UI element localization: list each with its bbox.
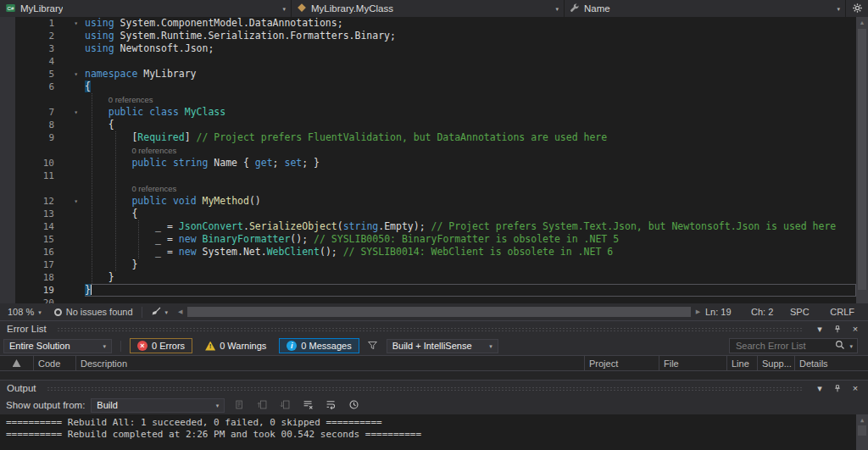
breakpoint-margin[interactable] xyxy=(0,30,15,42)
code-line[interactable]: 18 } xyxy=(0,271,856,284)
window-position-button[interactable]: ▾ xyxy=(814,382,826,394)
scroll-right-arrow-icon[interactable]: ▶ xyxy=(693,308,704,315)
scroll-left-arrow-icon[interactable]: ◀ xyxy=(175,308,186,315)
code-line[interactable]: 12▾ public void MyMethod() xyxy=(0,195,856,208)
scroll-up-arrow-icon[interactable]: ▲ xyxy=(856,414,868,425)
autoscroll-button[interactable] xyxy=(345,397,362,413)
scrollbar-thumb[interactable] xyxy=(187,307,691,317)
fold-marker[interactable]: ▾ xyxy=(59,68,85,81)
warnings-filter-button[interactable]: 0 Warnings xyxy=(198,338,274,353)
messages-filter-button[interactable]: i 0 Messages xyxy=(279,338,359,353)
breakpoint-margin[interactable] xyxy=(0,93,15,106)
find-message-button[interactable] xyxy=(231,397,248,413)
zoom-control[interactable]: 108 % ▾ xyxy=(0,307,49,317)
next-message-button[interactable] xyxy=(276,397,293,413)
line-column-header[interactable]: Line xyxy=(727,356,758,370)
breakpoint-margin[interactable] xyxy=(0,220,15,233)
code-column-header[interactable]: Code xyxy=(34,356,76,370)
breakpoint-margin[interactable] xyxy=(0,81,15,93)
error-list-title-bar[interactable]: Error List ▾ × xyxy=(0,320,868,336)
breakpoint-margin[interactable] xyxy=(0,258,15,271)
breakpoint-margin[interactable] xyxy=(0,144,15,157)
code-line[interactable]: 8 { xyxy=(0,119,856,131)
document-health-indicator[interactable]: No issues found xyxy=(49,307,138,317)
breakpoint-margin[interactable] xyxy=(0,68,15,81)
pin-button[interactable] xyxy=(832,382,843,394)
breakpoint-margin[interactable] xyxy=(0,106,15,119)
build-intellisense-dropdown[interactable]: Build + IntelliSense ▾ xyxy=(387,339,498,353)
code-line[interactable]: 5▾namespace MyLibrary xyxy=(0,68,856,81)
code-line[interactable]: 16 _ = new System.Net.WebClient(); // SY… xyxy=(0,246,856,258)
breakpoint-margin[interactable] xyxy=(0,157,15,169)
pin-button[interactable] xyxy=(832,323,843,335)
breakpoint-margin[interactable] xyxy=(0,169,15,182)
code-line[interactable]: 0 references xyxy=(0,93,856,106)
breakpoint-margin[interactable] xyxy=(0,131,15,144)
fold-marker[interactable]: ▾ xyxy=(59,195,85,208)
breakpoint-margin[interactable] xyxy=(0,284,15,297)
code-line[interactable]: 14 _ = JsonConvert.SerializeObject(strin… xyxy=(0,220,856,233)
breakpoint-margin[interactable] xyxy=(0,119,15,131)
code-line[interactable]: 9 [Required] // Project prefers FluentVa… xyxy=(0,131,856,144)
word-wrap-button[interactable] xyxy=(322,397,339,413)
code-line[interactable]: 4 xyxy=(0,55,856,68)
code-line[interactable]: 15 _ = new BinaryFormatter(); // SYSLIB0… xyxy=(0,233,856,246)
breakpoint-margin[interactable] xyxy=(0,233,15,246)
code-line[interactable]: 7▾ public class MyClass xyxy=(0,106,856,119)
file-column-header[interactable]: File xyxy=(659,356,727,370)
code-line[interactable]: 17 } xyxy=(0,258,856,271)
code-line[interactable]: 0 references xyxy=(0,144,856,157)
breakpoint-margin[interactable] xyxy=(0,297,15,303)
breakpoint-margin[interactable] xyxy=(0,182,15,195)
code-line[interactable]: 3using Newtonsoft.Json; xyxy=(0,42,856,55)
code-cleanup-button[interactable]: ▾ xyxy=(146,306,174,319)
breakpoint-margin[interactable] xyxy=(0,195,15,208)
breakpoint-margin[interactable] xyxy=(0,208,15,220)
close-icon[interactable]: × xyxy=(849,323,861,335)
editor-horizontal-scrollbar[interactable]: ◀ ▶ xyxy=(175,303,704,320)
errors-filter-button[interactable]: × 0 Errors xyxy=(130,338,192,353)
previous-message-button[interactable] xyxy=(253,397,270,413)
code-line[interactable]: 19} xyxy=(0,284,856,297)
severity-column-header[interactable] xyxy=(0,356,34,370)
code-line[interactable]: 1▾using System.ComponentModel.DataAnnota… xyxy=(0,17,856,30)
description-column-header[interactable]: Description xyxy=(76,356,585,370)
breakpoint-margin[interactable] xyxy=(0,55,15,68)
editor-vertical-scrollbar[interactable]: ▲ xyxy=(856,17,868,303)
output-vertical-scrollbar[interactable]: ▲ xyxy=(856,414,868,450)
code-line[interactable]: 2using System.Runtime.Serialization.Form… xyxy=(0,30,856,42)
output-title-bar[interactable]: Output ▾ × xyxy=(0,380,868,396)
breakpoint-margin[interactable] xyxy=(0,17,15,30)
suppression-column-header[interactable]: Supp... xyxy=(758,356,795,370)
member-dropdown[interactable]: Name ▾ xyxy=(565,0,846,17)
code-line[interactable]: 11 xyxy=(0,169,856,182)
scrollbar-thumb[interactable] xyxy=(858,425,866,436)
clear-all-button[interactable] xyxy=(299,397,316,413)
code-editor[interactable]: 1▾using System.ComponentModel.DataAnnota… xyxy=(0,17,868,303)
window-position-button[interactable]: ▾ xyxy=(814,323,826,335)
type-dropdown[interactable]: MyLibrary.MyClass ▾ xyxy=(292,0,565,17)
breakpoint-margin[interactable] xyxy=(0,42,15,55)
code-line[interactable]: 0 references xyxy=(0,182,856,195)
output-content[interactable]: ========== Rebuild All: 1 succeeded, 0 f… xyxy=(0,414,868,450)
scroll-up-arrow-icon[interactable]: ▲ xyxy=(856,17,868,28)
scrollbar-track[interactable] xyxy=(186,303,693,320)
close-icon[interactable]: × xyxy=(849,382,861,394)
code-line[interactable]: 20 xyxy=(0,297,856,303)
code-line[interactable]: 6{ xyxy=(0,81,856,93)
scope-dropdown[interactable]: Entire Solution ▾ xyxy=(3,339,112,353)
project-column-header[interactable]: Project xyxy=(585,356,659,370)
details-column-header[interactable]: Details xyxy=(795,356,868,370)
fold-marker[interactable]: ▾ xyxy=(59,106,85,119)
code-line[interactable]: 13 { xyxy=(0,208,856,220)
breakpoint-margin[interactable] xyxy=(0,271,15,284)
filter-button[interactable] xyxy=(364,338,381,353)
output-source-dropdown[interactable]: Build ▾ xyxy=(91,398,225,413)
project-dropdown[interactable]: C# MyLibrary ▾ xyxy=(0,0,292,17)
error-list-search-input[interactable]: Search Error List ▾ xyxy=(729,338,858,353)
fold-marker[interactable]: ▾ xyxy=(59,17,85,30)
code-line[interactable]: 10 public string Name { get; set; } xyxy=(0,157,856,169)
editor-options-button[interactable] xyxy=(846,0,868,17)
breakpoint-margin[interactable] xyxy=(0,246,15,258)
scrollbar-thumb[interactable] xyxy=(858,29,866,290)
